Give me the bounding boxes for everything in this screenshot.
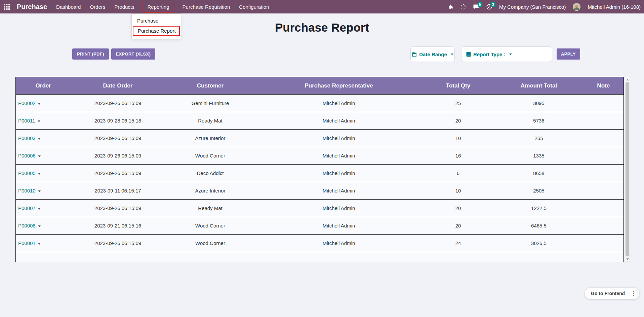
apps-grid-icon[interactable] [4, 4, 10, 10]
table-header-row: OrderDate OrderCustomerPurchase Represen… [16, 77, 624, 95]
table-row: P000072023-09-26 06:15:09Ready MatMitche… [16, 200, 624, 217]
cell-representative: Mitchell Admin [256, 95, 422, 112]
report-type-label: Report Type : [473, 51, 506, 57]
column-header-amount-total: Amount Total [494, 77, 583, 95]
nav-menu: DashboardOrdersProductsReportingPurchase… [56, 0, 269, 13]
spinner-icon[interactable] [460, 4, 466, 10]
cell-date-order: 2023-09-26 06:15:09 [71, 130, 165, 147]
order-link[interactable]: P00005 [18, 170, 36, 176]
chevron-down-icon [38, 103, 41, 105]
cell-representative: Mitchell Admin [256, 200, 422, 217]
cell-customer: Gemini Furniture [165, 95, 256, 112]
cell-total-qty: 24 [422, 235, 494, 252]
cell-customer: Wood Corner [165, 217, 256, 235]
go-to-frontend-pill: Go to Frontend [585, 288, 639, 299]
activities-badge: 3 [491, 2, 495, 7]
date-range-dropdown[interactable]: Date Range [410, 46, 455, 62]
chevron-down-icon [38, 225, 41, 227]
cell-total-qty: 16 [422, 147, 494, 165]
chevron-down-icon [38, 173, 41, 175]
cell-date-order: 2023-09-26 06:15:09 [71, 147, 165, 165]
scroll-down-arrow-icon[interactable] [625, 257, 630, 261]
chevron-down-icon [38, 155, 41, 157]
nav-item-configuration[interactable]: Configuration [239, 4, 269, 10]
order-link[interactable]: P00011 [18, 118, 35, 124]
table-row: P000062023-09-26 06:15:09Wood CornerMitc… [16, 147, 624, 165]
user-menu[interactable]: Mitchell Admin (16-108) [588, 4, 641, 10]
table-row: P000022023-09-26 06:15:09Gemini Furnitur… [16, 95, 624, 112]
messages-badge: 5 [478, 2, 482, 7]
order-link[interactable]: P00003 [18, 135, 36, 141]
order-link[interactable]: P00010 [18, 188, 36, 193]
order-link[interactable]: P00007 [18, 205, 36, 211]
menu-item-purchase-report[interactable]: Purchase Report [133, 26, 180, 36]
cell-note [583, 95, 624, 112]
user-avatar[interactable] [573, 3, 580, 11]
cell-representative: Mitchell Admin [256, 147, 422, 165]
cell-representative: Mitchell Admin [256, 130, 422, 147]
order-link[interactable]: P00008 [18, 223, 36, 228]
chevron-down-icon [451, 54, 453, 55]
table-scrollbar[interactable] [625, 77, 630, 262]
cell-note [583, 200, 624, 217]
order-link[interactable]: P00002 [18, 100, 36, 106]
cell-order: P00001 [16, 235, 71, 252]
debug-bug-icon[interactable] [448, 4, 453, 9]
apply-button[interactable]: APPLY [557, 48, 580, 60]
nav-item-reporting[interactable]: Reporting [144, 1, 173, 13]
report-type-dropdown[interactable]: Report Type : [461, 46, 552, 62]
cell-order: P00002 [16, 95, 71, 112]
cell-customer: Wood Corner [165, 235, 256, 252]
print-pdf-button[interactable]: PRINT (PDF) [72, 48, 109, 60]
scrollbar-thumb[interactable] [626, 82, 629, 256]
order-link[interactable]: P00001 [18, 240, 36, 246]
column-header-total-qty: Total Qty [422, 77, 494, 95]
cell-customer: Azure Interior [165, 130, 256, 147]
cell-total-qty: 6 [422, 165, 494, 182]
nav-item-dashboard[interactable]: Dashboard [56, 4, 81, 10]
nav-item-products[interactable]: Products [114, 4, 134, 10]
cell-amount-total: 1335 [494, 147, 583, 165]
kebab-menu-icon[interactable] [629, 289, 638, 298]
scroll-up-arrow-icon[interactable] [625, 77, 630, 82]
cell-total-qty: 20 [422, 112, 494, 130]
cell-date-order: 2023-09-26 06:15:09 [71, 200, 165, 217]
cell-amount-total: 255 [494, 130, 583, 147]
column-header-date-order: Date Order [71, 77, 165, 95]
cell-total-qty: 25 [422, 95, 494, 112]
app-brand[interactable]: Purchase [17, 3, 47, 11]
cell-note [583, 217, 624, 235]
cell-date-order: 2023-09-26 06:15:09 [71, 95, 165, 112]
chevron-down-icon [38, 208, 41, 210]
top-navbar: Purchase DashboardOrdersProductsReportin… [0, 0, 644, 13]
cell-date-order: 2023-09-26 06:15:09 [71, 235, 165, 252]
cell-amount-total: 5736 [494, 112, 583, 130]
go-to-frontend-button[interactable]: Go to Frontend [591, 291, 625, 296]
column-header-order: Order [16, 77, 71, 95]
cell-total-qty: 20 [422, 200, 494, 217]
cell-order: P00007 [16, 200, 71, 217]
activities-clock-icon[interactable]: 3 [486, 4, 492, 10]
cell-order: P00008 [16, 217, 71, 235]
menu-item-purchase[interactable]: Purchase [132, 16, 181, 25]
messages-icon[interactable]: 5 [473, 4, 479, 9]
cell-order: P00011 [16, 112, 71, 130]
cell-note [583, 112, 624, 130]
chevron-down-icon [38, 120, 40, 122]
calendar-icon [412, 52, 417, 57]
nav-item-orders[interactable]: Orders [90, 4, 105, 10]
order-link[interactable]: P00006 [18, 153, 36, 158]
book-icon [466, 52, 471, 57]
cell-amount-total: 3095 [494, 95, 583, 112]
table-row: P000052023-09-26 06:15:09Deco AddictMitc… [16, 165, 624, 182]
cell-note [583, 165, 624, 182]
export-xlsx-button[interactable]: EXPORT (XLSX) [111, 48, 156, 60]
company-switcher[interactable]: My Company (San Francisco) [499, 4, 566, 10]
export-buttons-group: PRINT (PDF) EXPORT (XLSX) [72, 48, 155, 60]
nav-item-purchase-requisition[interactable]: Purchase Requisition [183, 4, 230, 10]
page-title: Purchase Report [0, 21, 644, 34]
cell-representative: Mitchell Admin [256, 217, 422, 235]
cell-total-qty: 10 [422, 130, 494, 147]
table-row: P000082023-09-21 06:15:16Wood CornerMitc… [16, 217, 624, 235]
table-row: P000102023-09-11 06:15:17Azure InteriorM… [16, 182, 624, 200]
